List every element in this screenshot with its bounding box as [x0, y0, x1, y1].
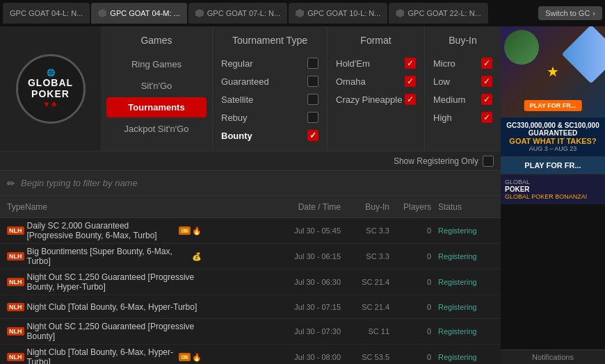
checkbox-omaha[interactable]: ✓ [405, 76, 416, 87]
nav-jackpot-sitgo[interactable]: Jackpot Sit'n'Go [106, 119, 207, 139]
filter-low[interactable]: Low ✓ [425, 72, 501, 90]
badge-nlh-1: NLH [7, 252, 24, 260]
row-buyin-1: SC 3.3 [348, 252, 396, 260]
bonanza-title: POKER [505, 185, 601, 193]
checkbox-crazy-pineapple[interactable]: ✓ [405, 94, 416, 105]
nav-ring-games[interactable]: Ring Games [106, 54, 207, 74]
filter-holdem[interactable]: Hold'Em ✓ [328, 54, 424, 72]
badge-nlh-3: NLH [7, 303, 24, 311]
checkbox-holdem[interactable]: ✓ [405, 58, 416, 69]
buyin-column: Buy-In Micro ✓ Low ✓ Medium ✓ High ✓ [424, 26, 501, 151]
right-panel: ★ PLAY FOR FR... GC330,000,000 & SC100,0… [501, 26, 605, 364]
table-header: TypeName Date / Time Buy-In Players Stat… [0, 196, 501, 218]
nav-sitgo[interactable]: Sit'n'Go [106, 76, 207, 96]
row-type-0: NLH Daily SC 2,000 Guaranteed [Progressi… [7, 221, 202, 240]
row-datetime-3: Jul 30 - 07:15 [202, 303, 348, 311]
promo-amount: GC330,000,000 & SC100,000 GUARANTEED [505, 122, 601, 137]
row-players-5: 0 [396, 353, 438, 361]
checkbox-guaranteed[interactable] [307, 76, 318, 87]
play-now-button[interactable]: PLAY FOR FR... [524, 100, 582, 111]
table-row[interactable]: NLH Big Bountiments [Super Bounty, 6-Max… [0, 244, 501, 270]
games-column: Games Ring Games Sit'n'Go Tournaments Ja… [101, 26, 212, 151]
registering-bar: Show Registering Only [0, 151, 501, 171]
row-buyin-4: SC 11 [348, 327, 396, 336]
global-poker-logo: 🌐 GLOBAL POKER ♥ ♣ [16, 54, 86, 124]
badge-nlh-5: NLH [7, 353, 24, 361]
filter-high[interactable]: High ✓ [425, 108, 501, 126]
row-players-2: 0 [396, 278, 438, 286]
tab-0[interactable]: GPC GOAT 04-L: N... [3, 3, 90, 24]
badge-nlh-0: NLH [7, 226, 24, 235]
filter-guaranteed[interactable]: Guaranteed [213, 72, 327, 90]
switch-gc-button[interactable]: Switch to GC › [538, 6, 602, 20]
tab-4[interactable]: GPC GOAT 22-L: N... [389, 3, 487, 24]
table-body: NLH Daily SC 2,000 Guaranteed [Progressi… [0, 218, 501, 364]
row-type-3: NLH Night Club [Total Bounty, 6-Max, Hyp… [7, 302, 202, 312]
row-type-1: NLH Big Bountiments [Super Bounty, 6-Max… [7, 247, 202, 266]
tab-bar: GPC GOAT 04-L: N... GPC GOAT 04-M: ... G… [0, 0, 605, 26]
checkbox-regular[interactable] [307, 58, 318, 69]
tournament-type-header: Tournament Type [213, 32, 327, 49]
table-row[interactable]: NLH Night Out SC 1,250 Guaranteed [Progr… [0, 319, 501, 345]
tab-2[interactable]: GPC GOAT 07-L: N... [188, 3, 287, 24]
filter-crazy-pineapple[interactable]: Crazy Pineapple ✓ [328, 90, 424, 108]
filter-rebuy[interactable]: Rebuy [213, 108, 327, 126]
promo-mid: GC330,000,000 & SC100,000 GUARANTEED GOA… [501, 117, 605, 156]
checkbox-show-registering[interactable] [483, 156, 494, 167]
row-status-4: Registering [438, 327, 494, 336]
nav-tournaments[interactable]: Tournaments [106, 97, 207, 117]
filter-row: 🌐 GLOBAL POKER ♥ ♣ Games Ring Games Sit'… [0, 26, 501, 151]
left-panel: 🌐 GLOBAL POKER ♥ ♣ Games Ring Games Sit'… [0, 26, 501, 364]
row-players-4: 0 [396, 327, 438, 336]
checkbox-medium[interactable]: ✓ [481, 94, 492, 105]
play-for-free-text: PLAY FOR FR... [505, 161, 601, 169]
notifications-label: Notifications [532, 353, 574, 361]
notifications-bar[interactable]: Notifications [501, 349, 605, 364]
table-row[interactable]: NLH Night Club [Total Bounty, 6-Max, Hyp… [0, 345, 501, 364]
tab-1-label: GPC GOAT 04-M: ... [110, 9, 179, 17]
shield-icon-4 [396, 9, 404, 17]
col-header-datetime: Date / Time [202, 202, 348, 212]
filter-satellite[interactable]: Satellite [213, 90, 327, 108]
checkbox-high[interactable]: ✓ [481, 112, 492, 123]
col-header-players: Players [396, 202, 438, 212]
logo-suits: ♥ ♣ [44, 99, 56, 109]
checkbox-low[interactable]: ✓ [481, 76, 492, 87]
tab-0-label: GPC GOAT 04-L: N... [10, 9, 83, 17]
promo-bonanza: GLOBAL POKER GLOBAL POKER BONANZA! [501, 174, 605, 204]
row-players-0: 0 [396, 226, 438, 235]
filter-bounty[interactable]: Bounty ✓ [213, 126, 327, 144]
filter-medium[interactable]: Medium ✓ [425, 90, 501, 108]
bonanza-label: GLOBAL [505, 179, 601, 185]
table-row[interactable]: NLH Night Out SC 1,250 Guaranteed [Progr… [0, 270, 501, 295]
bonanza-subtitle: GLOBAL POKER BONANZA! [505, 193, 601, 200]
tab-3[interactable]: GPC GOAT 10-L: N... [289, 3, 387, 24]
row-buyin-3: SC 21.4 [348, 303, 396, 311]
table-row[interactable]: NLH Daily SC 2,000 Guaranteed [Progressi… [0, 218, 501, 244]
pencil-icon: ✏ [7, 178, 15, 189]
search-input[interactable] [21, 178, 494, 188]
search-bar[interactable]: ✏ [0, 171, 501, 196]
shield-icon-2 [195, 9, 204, 17]
tab-3-label: GPC GOAT 10-L: N... [307, 9, 380, 17]
badge-nlh-2: NLH [7, 278, 24, 286]
checkbox-bounty[interactable]: ✓ [307, 130, 318, 141]
row-type-2: NLH Night Out SC 1,250 Guaranteed [Progr… [7, 272, 202, 292]
panther-promo-shape [504, 30, 539, 65]
tab-1[interactable]: GPC GOAT 04-M: ... [91, 3, 186, 24]
filter-regular[interactable]: Regular [213, 54, 327, 72]
row-status-2: Registering [438, 278, 494, 286]
checkbox-micro[interactable]: ✓ [481, 58, 492, 69]
tab-2-label: GPC GOAT 07-L: N... [207, 9, 280, 17]
table-row[interactable]: NLH Night Club [Total Bounty, 6-Max, Hyp… [0, 295, 501, 319]
filter-omaha[interactable]: Omaha ✓ [328, 72, 424, 90]
tournament-type-column: Tournament Type Regular Guaranteed Satel… [212, 26, 327, 151]
promo-play[interactable]: PLAY FOR FR... [501, 156, 605, 174]
stack-icon-1: 💰 [192, 252, 202, 261]
logo-title: GLOBAL [28, 77, 73, 88]
filter-micro[interactable]: Micro ✓ [425, 54, 501, 72]
col-header-status: Status [438, 202, 494, 212]
checkbox-satellite[interactable] [307, 94, 318, 105]
row-players-3: 0 [396, 303, 438, 311]
checkbox-rebuy[interactable] [307, 112, 318, 123]
